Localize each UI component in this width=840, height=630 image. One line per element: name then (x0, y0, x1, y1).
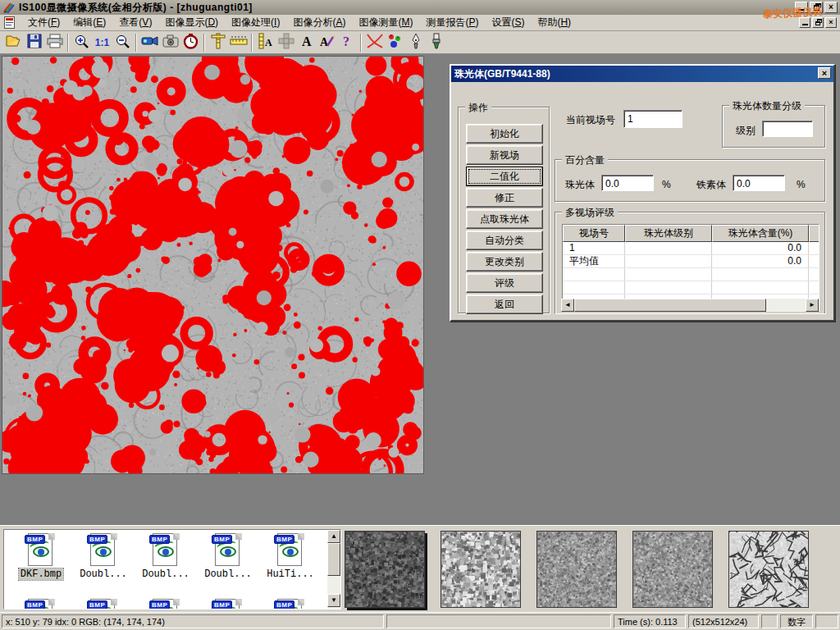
table-cell (625, 255, 712, 267)
file-item-row2-2[interactable]: BMP (137, 599, 194, 609)
operation-button-4[interactable]: 点取珠光体 (466, 209, 543, 229)
menu-item-2[interactable]: 查看(V) (112, 14, 158, 31)
restore-button[interactable] (810, 2, 823, 13)
points-tool-button[interactable] (385, 33, 405, 52)
micrograph-image[interactable] (2, 56, 424, 474)
table-header-1[interactable]: 珠光体级别 (625, 225, 712, 242)
dialog-close-icon[interactable]: × (818, 67, 831, 79)
ferrite-percent-input[interactable]: 0.0 (733, 175, 785, 191)
brush-tool-icon (431, 33, 442, 52)
menu-item-5[interactable]: 图像分析(A) (286, 14, 352, 31)
operation-button-6[interactable]: 更改类别 (466, 252, 543, 272)
dialog-title-bar[interactable]: 珠光体(GB/T9441-88) × (451, 66, 833, 82)
operation-button-3[interactable]: 修正 (466, 188, 543, 208)
ruler-button[interactable] (228, 33, 249, 52)
bmp-file-icon: BMP (274, 533, 307, 568)
document-icon[interactable] (3, 16, 16, 30)
table-header-3[interactable]: 铁素体 (809, 225, 819, 242)
timer-button[interactable] (180, 33, 201, 52)
file-item-2[interactable]: BMPDoubl... (137, 533, 194, 580)
video-camera-button[interactable] (139, 33, 160, 52)
operation-button-7[interactable]: 评级 (466, 273, 543, 293)
current-view-input[interactable]: 1 (623, 110, 682, 128)
menu-item-4[interactable]: 图像处理(I) (225, 14, 286, 31)
pen-tool-button[interactable] (405, 33, 426, 52)
actual-size-button[interactable]: 1:1 (92, 33, 112, 52)
file-item-1[interactable]: BMPDoubl... (75, 533, 132, 580)
file-item-4[interactable]: BMPHuiTi... (262, 533, 319, 580)
grade-input[interactable] (762, 121, 813, 137)
scroll-up-icon[interactable]: ▲ (327, 530, 340, 543)
scroll-thumb[interactable] (327, 543, 340, 576)
table-row[interactable]: 10.0 (563, 242, 819, 255)
operation-button-5[interactable]: 自动分类 (466, 231, 543, 250)
annotate-button[interactable]: A (317, 33, 337, 52)
thumbnail-2[interactable] (536, 531, 617, 608)
print-button[interactable] (44, 33, 65, 52)
brush-tool-button[interactable] (426, 33, 446, 52)
print-icon (47, 34, 63, 51)
open-button[interactable] (3, 33, 24, 52)
scroll-thumb[interactable] (574, 299, 766, 312)
scroll-right-icon[interactable]: ► (806, 299, 819, 312)
save-button[interactable] (24, 33, 44, 52)
pearlite-label: 珠光体 (565, 178, 595, 192)
scroll-left-icon[interactable]: ◄ (561, 299, 574, 312)
vertical-caliper-button[interactable] (208, 33, 228, 52)
measure-text-button[interactable]: A (255, 33, 276, 52)
file-item-row2-1[interactable]: BMP (75, 599, 132, 609)
thumbnail-0[interactable] (345, 531, 425, 608)
table-hscrollbar[interactable]: ◄ ► (561, 299, 819, 312)
file-name: HuiTi... (265, 568, 316, 580)
mdi-minimize-button[interactable] (799, 17, 810, 28)
menu-item-1[interactable]: 编辑(E) (66, 14, 112, 31)
actual-size-icon: 1:1 (95, 37, 109, 48)
table-row[interactable]: 平均值0.0 (563, 255, 819, 268)
zoom-in-button[interactable] (71, 33, 92, 52)
scroll-down-icon[interactable]: ▼ (327, 594, 340, 607)
table-header-2[interactable]: 珠光体含量(%) (712, 225, 809, 242)
file-item-row2-0[interactable]: BMP (12, 599, 70, 609)
status-image-size: (512x512x24) (688, 614, 759, 628)
menu-item-9[interactable]: 帮助(H) (531, 14, 578, 31)
table-header-0[interactable]: 视场号 (563, 225, 625, 242)
menu-item-3[interactable]: 图像显示(D) (158, 14, 225, 31)
video-camera-icon (141, 34, 159, 50)
thumbnail-4[interactable] (728, 531, 809, 608)
pearlite-percent-input[interactable]: 0.0 (601, 175, 654, 191)
menu-item-8[interactable]: 设置(S) (485, 14, 531, 31)
svg-text:A: A (265, 37, 272, 48)
grid-cross-icon (278, 33, 294, 52)
file-item-3[interactable]: BMPDoubl... (199, 533, 257, 580)
file-list-vscrollbar[interactable]: ▲ ▼ (327, 530, 340, 609)
thumbnail-3[interactable] (632, 531, 713, 608)
help-button[interactable]: ? (337, 33, 358, 52)
mdi-close-button[interactable]: × (825, 17, 837, 28)
workspace: 珠光体(GB/T9441-88) × 操作 初始化新视场二值化修正点取珠光体自动… (0, 54, 840, 525)
operation-button-2[interactable]: 二值化 (466, 167, 543, 186)
grid-cross-button[interactable] (276, 33, 296, 52)
operation-button-1[interactable]: 新视场 (466, 145, 543, 165)
operation-button-0[interactable]: 初始化 (466, 124, 543, 144)
mdi-restore-button[interactable] (812, 17, 824, 28)
camera-button[interactable] (160, 33, 180, 52)
text-button[interactable]: A (296, 33, 317, 52)
menu-item-0[interactable]: 文件(F) (21, 14, 66, 31)
file-browser-panel: ▲ ▼ BMPDKF.bmpBMPDoubl...BMPDoubl...BMPD… (0, 525, 840, 612)
status-time: Time (s): 0.113 (614, 614, 686, 628)
status-bar: x: 510 y: 79 idx: 0 RGB: (174, 174, 174)… (0, 612, 840, 630)
pearlite-percent-sign: % (662, 179, 671, 190)
file-item-0[interactable]: BMPDKF.bmp (12, 533, 70, 580)
file-item-row2-4[interactable]: BMP (262, 599, 319, 609)
file-item-row2-3[interactable]: BMP (199, 599, 257, 609)
curve-tool-button[interactable] (364, 33, 385, 52)
menu-item-6[interactable]: 图像测量(M) (352, 14, 419, 31)
thumbnail-1[interactable] (441, 531, 521, 608)
table-cell: 平均值 (563, 255, 625, 267)
minimize-button[interactable] (795, 2, 808, 13)
close-button[interactable]: × (824, 2, 838, 13)
zoom-out-button[interactable] (112, 33, 133, 52)
bmp-badge: BMP (274, 600, 294, 609)
operation-button-8[interactable]: 返回 (466, 294, 543, 314)
menu-item-7[interactable]: 测量报告(P) (419, 14, 485, 31)
